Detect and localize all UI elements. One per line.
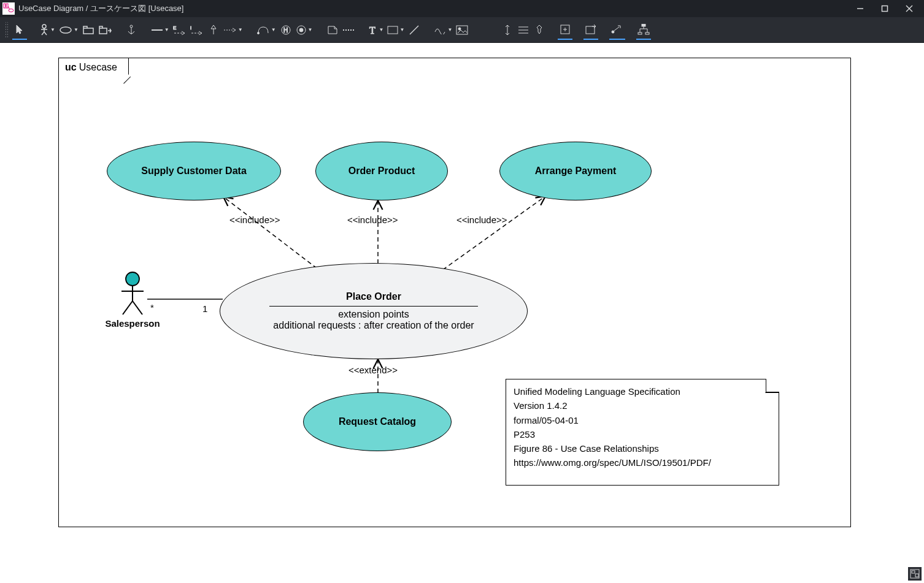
- tool-include[interactable]: I: [189, 20, 205, 40]
- tool-usecase[interactable]: ▼: [58, 20, 80, 40]
- tool-package-import[interactable]: [97, 20, 113, 40]
- tool-note-anchor[interactable]: [341, 20, 356, 40]
- tool-package[interactable]: [81, 20, 96, 40]
- tool-line[interactable]: [407, 20, 422, 40]
- svg-rect-0: [3, 3, 14, 14]
- note-spec-reference[interactable]: Unified Modeling Language Specification …: [506, 379, 779, 486]
- svg-line-60: [437, 196, 545, 274]
- usecase-supply-customer-data[interactable]: Supply Customer Data: [107, 142, 281, 200]
- include-label-3[interactable]: <<include>>: [456, 215, 507, 225]
- include-label-2[interactable]: <<include>>: [347, 215, 398, 225]
- tool-link-mode[interactable]: [609, 20, 625, 40]
- tool-association[interactable]: ▼: [150, 20, 171, 40]
- toolbar-grip[interactable]: [5, 22, 9, 38]
- usecase-place-order[interactable]: Place Order extension points additional …: [220, 263, 528, 359]
- svg-text:E: E: [173, 25, 176, 31]
- svg-text:T: T: [369, 25, 375, 35]
- tool-image[interactable]: [455, 20, 469, 40]
- note-line: formal/05-04-01: [514, 413, 771, 427]
- frame-name: Usecase: [79, 62, 117, 73]
- tool-anchor[interactable]: [124, 20, 139, 40]
- svg-point-19: [60, 27, 71, 33]
- svg-line-65: [123, 301, 133, 314]
- multiplicity-usecase-end[interactable]: 1: [202, 303, 207, 314]
- svg-point-14: [42, 25, 46, 28]
- extension-points-heading: extension points: [338, 309, 409, 320]
- tool-pin[interactable]: [532, 20, 547, 40]
- svg-line-37: [410, 26, 418, 34]
- actor-salesperson[interactable]: Salesperson: [103, 272, 162, 329]
- extend-label-1[interactable]: <<extend>>: [348, 365, 398, 375]
- svg-rect-56: [645, 32, 649, 34]
- app-icon: [2, 2, 15, 15]
- separator: [269, 306, 478, 307]
- svg-point-29: [257, 32, 259, 34]
- window-close-button[interactable]: [897, 0, 922, 17]
- svg-line-18: [44, 32, 47, 35]
- tool-export[interactable]: [583, 20, 598, 40]
- tool-tree[interactable]: [636, 20, 651, 40]
- frame-kind: uc: [65, 62, 77, 73]
- window-minimize-button[interactable]: [848, 0, 872, 17]
- svg-text:H: H: [283, 27, 288, 34]
- svg-rect-69: [915, 574, 918, 577]
- note-line: Unified Modeling Language Specification: [514, 384, 771, 398]
- svg-line-49: [614, 27, 619, 31]
- tool-freehand[interactable]: ▼: [433, 20, 453, 40]
- tool-extend[interactable]: E: [172, 20, 188, 40]
- include-label-1[interactable]: <<include>>: [229, 215, 280, 225]
- overview-map-button[interactable]: [908, 567, 922, 581]
- svg-line-58: [223, 197, 323, 273]
- tool-rect[interactable]: ▼: [386, 20, 406, 40]
- tool-zoom-fit[interactable]: [558, 20, 572, 40]
- svg-point-62: [126, 272, 139, 286]
- extension-point-line: additional requests : after creation of …: [273, 320, 474, 331]
- tool-generalization[interactable]: [206, 20, 221, 40]
- svg-point-39: [458, 28, 461, 30]
- tool-align-horizontal[interactable]: [516, 20, 531, 40]
- tool-final[interactable]: ▼: [295, 20, 314, 40]
- note-line: P253: [514, 427, 771, 441]
- usecase-label: Place Order: [346, 291, 401, 302]
- actor-icon: [118, 272, 147, 316]
- svg-point-20: [130, 25, 133, 28]
- usecase-label: Order Product: [348, 166, 415, 177]
- svg-rect-68: [912, 571, 915, 573]
- svg-text:I: I: [190, 25, 191, 31]
- tool-pointer[interactable]: [12, 20, 27, 40]
- svg-rect-55: [638, 32, 642, 34]
- tool-text[interactable]: T▼: [367, 20, 385, 40]
- tool-note[interactable]: [325, 20, 340, 40]
- note-fold-icon: [766, 379, 779, 392]
- window-titlebar: UseCase Diagram / ユースケース図 [Usecase]: [0, 0, 924, 17]
- tool-statemachine[interactable]: ▼: [255, 20, 277, 40]
- note-line: https://www.omg.org/spec/UML/ISO/19501/P…: [514, 455, 771, 470]
- svg-line-66: [133, 301, 142, 314]
- svg-rect-47: [586, 26, 595, 34]
- actor-name: Salesperson: [103, 318, 162, 329]
- usecase-label: Supply Customer Data: [141, 166, 247, 177]
- toolbar: ▼ ▼ ▼ E I ▼ ▼ H ▼ T▼ ▼ ▼: [0, 17, 924, 43]
- svg-rect-54: [642, 24, 645, 26]
- svg-point-48: [612, 31, 614, 33]
- window-title: UseCase Diagram / ユースケース図 [Usecase]: [18, 3, 848, 14]
- tool-align-vertical[interactable]: [500, 20, 515, 40]
- frame-label[interactable]: uc Usecase: [58, 58, 129, 76]
- window-maximize-button[interactable]: [872, 0, 897, 17]
- usecase-request-catalog[interactable]: Request Catalog: [303, 392, 452, 451]
- diagram-canvas[interactable]: uc Usecase * 1 <<include>> <<inc: [0, 43, 924, 583]
- tool-dependency[interactable]: ▼: [222, 20, 244, 40]
- note-line: Figure 86 - Use Case Relationships: [514, 441, 771, 455]
- tool-history[interactable]: H: [279, 20, 293, 40]
- diagram-frame[interactable]: uc Usecase * 1 <<include>> <<inc: [58, 58, 851, 527]
- usecase-arrange-payment[interactable]: Arrange Payment: [499, 142, 652, 200]
- svg-rect-10: [882, 6, 888, 12]
- note-line: Version 1.4.2: [514, 398, 771, 413]
- tool-actor[interactable]: ▼: [38, 20, 56, 40]
- svg-rect-36: [388, 26, 398, 34]
- usecase-order-product[interactable]: Order Product: [315, 142, 448, 200]
- svg-point-33: [299, 28, 303, 32]
- svg-point-2: [5, 4, 6, 6]
- usecase-label: Request Catalog: [339, 416, 416, 427]
- svg-line-17: [42, 32, 44, 35]
